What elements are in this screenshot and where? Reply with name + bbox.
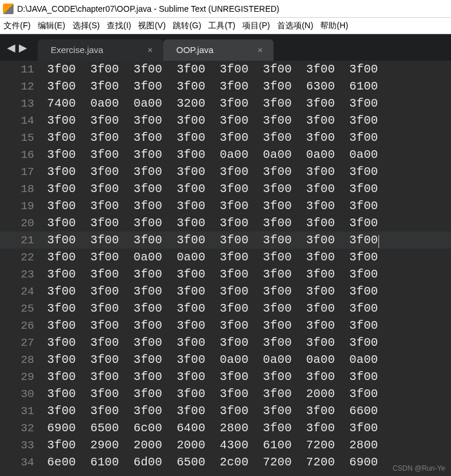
- code-text: 3f00 3f00 3f00 3f00 3f00 3f00 3f00 3f00: [47, 370, 378, 384]
- code-line[interactable]: 113f00 3f00 3f00 3f00 3f00 3f00 3f00 3f0…: [0, 61, 451, 78]
- line-number: 28: [0, 353, 47, 366]
- line-number: 30: [0, 388, 47, 401]
- code-line[interactable]: 263f00 3f00 3f00 3f00 3f00 3f00 3f00 3f0…: [0, 317, 451, 334]
- line-number: 21: [0, 234, 47, 247]
- app-logo-icon: [3, 4, 14, 14]
- tab-history-nav[interactable]: ◀ ▶: [0, 41, 38, 54]
- code-text: 3f00 3f00 3f00 3f00 3f00 3f00 3f00 3f00: [47, 216, 378, 230]
- line-number: 19: [0, 200, 47, 213]
- code-text: 6900 6500 6c00 6400 2800 3f00 3f00 3f00: [47, 421, 378, 435]
- menu-goto[interactable]: 跳转(G): [173, 21, 201, 31]
- menu-tools[interactable]: 工具(T): [208, 21, 235, 31]
- code-line[interactable]: 313f00 3f00 3f00 3f00 3f00 3f00 3f00 660…: [0, 402, 451, 419]
- code-editor[interactable]: 113f00 3f00 3f00 3f00 3f00 3f00 3f00 3f0…: [0, 61, 451, 476]
- code-line[interactable]: 137400 0a00 0a00 3200 3f00 3f00 3f00 3f0…: [0, 95, 451, 112]
- code-text: 3f00 3f00 3f00 3f00 3f00 3f00 2000 3f00: [47, 387, 378, 401]
- code-line[interactable]: 163f00 3f00 3f00 3f00 0a00 0a00 0a00 0a0…: [0, 146, 451, 163]
- line-number: 23: [0, 268, 47, 281]
- code-line[interactable]: 293f00 3f00 3f00 3f00 3f00 3f00 3f00 3f0…: [0, 368, 451, 385]
- code-line[interactable]: 193f00 3f00 3f00 3f00 3f00 3f00 3f00 3f0…: [0, 197, 451, 214]
- close-icon[interactable]: ×: [147, 45, 153, 55]
- line-number: 13: [0, 97, 47, 110]
- code-line[interactable]: 326900 6500 6c00 6400 2800 3f00 3f00 3f0…: [0, 419, 451, 437]
- line-number: 12: [0, 80, 47, 93]
- code-line[interactable]: 303f00 3f00 3f00 3f00 3f00 3f00 2000 3f0…: [0, 385, 451, 402]
- line-number: 15: [0, 131, 47, 144]
- text-caret: [378, 235, 379, 248]
- nav-forward-icon[interactable]: ▶: [19, 41, 27, 54]
- line-number: 11: [0, 63, 47, 76]
- window-titlebar: D:\JAVA_CODE\chapter07\OOP.java - Sublim…: [0, 0, 451, 18]
- code-text: 3f00 3f00 3f00 3f00 3f00 3f00 6300 6100: [47, 80, 378, 93]
- menu-view[interactable]: 视图(V): [138, 21, 166, 31]
- code-text: 3f00 3f00 3f00 3f00 3f00 3f00 3f00 3f00: [47, 267, 378, 281]
- tab-bar: ◀ ▶ Exercise.java × OOP.java ×: [0, 34, 451, 61]
- code-line[interactable]: 213f00 3f00 3f00 3f00 3f00 3f00 3f00 3f0…: [0, 232, 451, 249]
- window-title: D:\JAVA_CODE\chapter07\OOP.java - Sublim…: [17, 4, 279, 14]
- code-text: 3f00 3f00 3f00 3f00 3f00 3f00 3f00 3f00: [47, 285, 378, 298]
- line-number: 29: [0, 371, 47, 384]
- line-number: 18: [0, 183, 47, 196]
- code-text: 3f00 2900 2000 2000 4300 6100 7200 2800: [47, 438, 378, 452]
- line-number: 33: [0, 439, 47, 452]
- code-text: 3f00 3f00 3f00 3f00 3f00 3f00 3f00 3f00: [47, 199, 378, 213]
- line-number: 27: [0, 336, 47, 349]
- code-line[interactable]: 273f00 3f00 3f00 3f00 3f00 3f00 3f00 3f0…: [0, 334, 451, 351]
- menu-prefs[interactable]: 首选项(N): [277, 21, 313, 31]
- code-line[interactable]: 143f00 3f00 3f00 3f00 3f00 3f00 3f00 3f0…: [0, 112, 451, 129]
- code-text: 6e00 6100 6d00 6500 2c00 7200 7200 6900: [47, 455, 378, 469]
- line-number: 32: [0, 422, 47, 435]
- code-text: 3f00 3f00 3f00 3f00 0a00 0a00 0a00 0a00: [47, 148, 378, 161]
- code-line[interactable]: 283f00 3f00 3f00 3f00 0a00 0a00 0a00 0a0…: [0, 351, 451, 368]
- line-number: 22: [0, 251, 47, 264]
- code-text: 7400 0a00 0a00 3200 3f00 3f00 3f00 3f00: [47, 97, 378, 110]
- menu-find[interactable]: 查找(I): [107, 21, 131, 31]
- line-number: 31: [0, 405, 47, 418]
- code-text: 3f00 3f00 3f00 3f00 3f00 3f00 3f00 3f00: [47, 62, 378, 76]
- menu-file[interactable]: 文件(F): [4, 21, 31, 31]
- nav-back-icon[interactable]: ◀: [7, 41, 15, 54]
- code-text: 3f00 3f00 3f00 3f00 3f00 3f00 3f00 3f00: [47, 114, 378, 127]
- tab-label: OOP.java: [176, 45, 213, 55]
- menu-bar: 文件(F) 编辑(E) 选择(S) 查找(I) 视图(V) 跳转(G) 工具(T…: [0, 18, 451, 34]
- code-text: 3f00 3f00 0a00 0a00 3f00 3f00 3f00 3f00: [47, 250, 378, 264]
- line-number: 17: [0, 166, 47, 178]
- code-line[interactable]: 243f00 3f00 3f00 3f00 3f00 3f00 3f00 3f0…: [0, 283, 451, 300]
- code-text: 3f00 3f00 3f00 3f00 3f00 3f00 3f00 6600: [47, 404, 378, 418]
- code-text: 3f00 3f00 3f00 3f00 3f00 3f00 3f00 3f00: [47, 182, 378, 196]
- tab-oop-java[interactable]: OOP.java ×: [163, 39, 274, 61]
- code-line[interactable]: 223f00 3f00 0a00 0a00 3f00 3f00 3f00 3f0…: [0, 249, 451, 266]
- line-number: 14: [0, 114, 47, 127]
- line-number: 25: [0, 302, 47, 315]
- watermark: CSDN @Run-Ye: [393, 464, 445, 472]
- close-icon[interactable]: ×: [258, 45, 263, 55]
- code-text: 3f00 3f00 3f00 3f00 3f00 3f00 3f00 3f00: [47, 233, 378, 247]
- code-line[interactable]: 173f00 3f00 3f00 3f00 3f00 3f00 3f00 3f0…: [0, 163, 451, 180]
- code-text: 3f00 3f00 3f00 3f00 3f00 3f00 3f00 3f00: [47, 336, 378, 349]
- line-number: 16: [0, 148, 47, 161]
- menu-help[interactable]: 帮助(H): [320, 21, 348, 31]
- code-text: 3f00 3f00 3f00 3f00 3f00 3f00 3f00 3f00: [47, 319, 378, 332]
- code-line[interactable]: 203f00 3f00 3f00 3f00 3f00 3f00 3f00 3f0…: [0, 214, 451, 232]
- menu-project[interactable]: 项目(P): [242, 21, 270, 31]
- code-line[interactable]: 333f00 2900 2000 2000 4300 6100 7200 280…: [0, 437, 451, 454]
- code-line[interactable]: 233f00 3f00 3f00 3f00 3f00 3f00 3f00 3f0…: [0, 266, 451, 283]
- menu-select[interactable]: 选择(S): [73, 21, 100, 31]
- code-text: 3f00 3f00 3f00 3f00 3f00 3f00 3f00 3f00: [47, 131, 378, 144]
- tab-exercise-java[interactable]: Exercise.java ×: [38, 39, 163, 61]
- code-line[interactable]: 346e00 6100 6d00 6500 2c00 7200 7200 690…: [0, 454, 451, 471]
- code-line[interactable]: 123f00 3f00 3f00 3f00 3f00 3f00 6300 610…: [0, 78, 451, 95]
- code-line[interactable]: 183f00 3f00 3f00 3f00 3f00 3f00 3f00 3f0…: [0, 180, 451, 197]
- code-text: 3f00 3f00 3f00 3f00 3f00 3f00 3f00 3f00: [47, 165, 378, 178]
- line-number: 24: [0, 285, 47, 298]
- line-number: 34: [0, 456, 47, 469]
- code-text: 3f00 3f00 3f00 3f00 0a00 0a00 0a00 0a00: [47, 353, 378, 366]
- code-line[interactable]: 253f00 3f00 3f00 3f00 3f00 3f00 3f00 3f0…: [0, 300, 451, 317]
- tab-label: Exercise.java: [51, 45, 103, 55]
- menu-edit[interactable]: 编辑(E): [38, 21, 65, 31]
- code-text: 3f00 3f00 3f00 3f00 3f00 3f00 3f00 3f00: [47, 302, 378, 315]
- line-number: 26: [0, 319, 47, 332]
- code-line[interactable]: 153f00 3f00 3f00 3f00 3f00 3f00 3f00 3f0…: [0, 129, 451, 146]
- line-number: 20: [0, 217, 47, 230]
